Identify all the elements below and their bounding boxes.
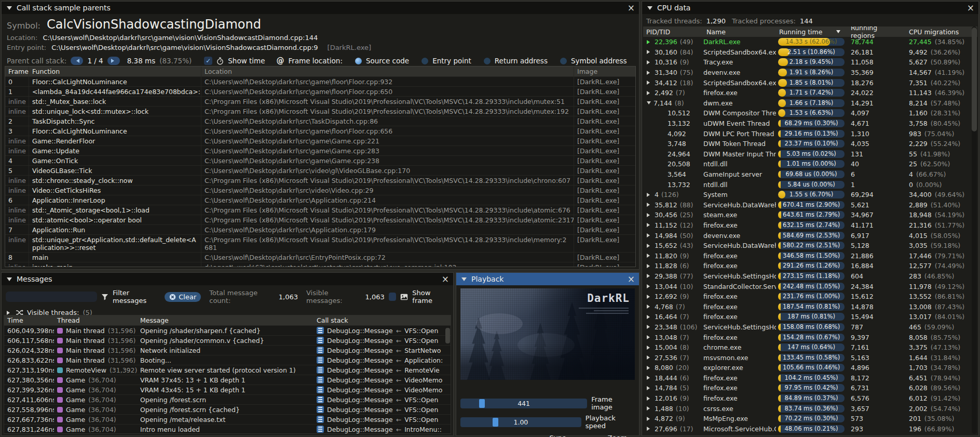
expand-row-icon[interactable] (647, 50, 652, 54)
message-row[interactable]: 627,667,736nsGame(36,704)Opening /meta/r… (4, 414, 451, 424)
clear-button[interactable]: Clear (165, 292, 201, 302)
cpu-process-row[interactable]: 1,488(10)csrss.exe83.74 ms (0.36%)3,6572… (643, 403, 977, 414)
callstack-table-row[interactable]: 6Application::InnerLoopC:\Users\wolf\Des… (5, 195, 635, 205)
expand-row-icon[interactable] (647, 40, 652, 44)
cpu-process-row[interactable]: 30,160(84)ScriptedSandbox64.exe2.51 s (1… (643, 47, 977, 58)
filter-input[interactable] (6, 292, 97, 302)
collapse-row-icon[interactable] (647, 101, 651, 107)
expand-row-icon[interactable] (647, 81, 652, 85)
callstack-list-icon[interactable] (317, 347, 324, 354)
col-thread[interactable]: Thread (54, 315, 137, 325)
cpu-process-row[interactable]: 13,132uDWM Event Thread68.29 ms (0.30%)4… (643, 118, 977, 129)
expand-row-icon[interactable] (647, 193, 652, 197)
show-time-checkbox[interactable]: ✓ (204, 57, 212, 65)
cpu-process-row[interactable]: 3,748DWM Token Thread23.37 ms (0.10%)4,0… (643, 139, 977, 149)
cpu-process-row[interactable]: 3,564GameInput server69.68 us (0.00%)64(… (643, 169, 977, 180)
cpu-process-row[interactable]: 24,964DWM Master Input Threa5.03 ms (0.0… (643, 149, 977, 160)
col-name[interactable]: Name (703, 28, 776, 36)
callstack-table-row[interactable]: 7Application::RunC:\Users\wolf\Desktop\d… (5, 224, 635, 234)
cpu-process-row[interactable]: 12,016(9)firefox.exe84.89 ms (0.37%)6,57… (643, 393, 977, 404)
callstack-table-row[interactable]: inlinestd::unique_lock<std::mutex>::lock… (5, 106, 635, 116)
frame-image-slider[interactable]: 441 (460, 399, 587, 408)
callstack-list-icon[interactable] (317, 376, 324, 383)
prev-parent-button[interactable] (71, 57, 83, 65)
expand-row-icon[interactable] (647, 366, 652, 370)
expand-row-icon[interactable] (647, 417, 652, 421)
col-running-regions[interactable]: Running regions (848, 27, 906, 39)
callstack-table-row[interactable]: inlineGame::RenderFloorC:\Users\wolf\Des… (5, 136, 635, 145)
cpu-process-row[interactable]: 20,508ntdll.dll1.01 ms (0.00%)4025(62.50… (643, 159, 977, 169)
callstack-table-row[interactable]: 8mainC:\Users\wolf\Desktop\darkrl\src\En… (5, 252, 635, 262)
callstack-list-icon[interactable] (317, 327, 324, 334)
expand-row-icon[interactable] (647, 274, 652, 278)
expand-row-icon[interactable] (647, 223, 652, 227)
message-row[interactable]: 627,558,996nsGame(36,704)Opening /forest… (4, 404, 451, 414)
radio-symbol-address[interactable] (560, 58, 567, 64)
cpu-process-row[interactable]: 35,812(88)ServiceHub.DataWareho670.41 ms… (643, 200, 977, 210)
callstack-table-row[interactable]: inlineinvoke_maind:\agent\_work\63\s\src… (5, 262, 635, 267)
cpu-process-row[interactable]: 34,412(18)ScriptedSandbox64.exe1.85 s (8… (643, 77, 977, 88)
expand-row-icon[interactable] (647, 284, 652, 288)
expand-row-icon[interactable] (647, 335, 652, 339)
expand-row-icon[interactable] (647, 244, 652, 248)
col-function[interactable]: Function (29, 67, 201, 76)
cpu-process-row[interactable]: 22,396(49)DarkRL.exe14.33 s (62.06%)78,7… (643, 37, 977, 47)
cpu-process-row[interactable]: 15,652(43)ServiceHub.DataWareho580.22 ms… (643, 241, 977, 251)
callstack-table-row[interactable]: 0Floor::CalcLightNoLuminanceC:\Users\wol… (5, 76, 635, 86)
message-row[interactable]: 627,411,606nsGame(36,704)Opening /forest… (4, 394, 451, 404)
cpu-scrollbar-thumb[interactable] (972, 28, 977, 131)
message-row[interactable]: 627,313,190nsRemoteView(31,392)Remote vi… (4, 365, 451, 375)
close-icon[interactable]: × (628, 275, 635, 284)
col-running-time[interactable]: Running time (776, 28, 848, 36)
callstack-table-row[interactable]: 1<lambda_84a19dc444fae966ca174e83e708bdc… (5, 86, 635, 96)
expand-row-icon[interactable] (647, 264, 652, 268)
expand-row-icon[interactable] (647, 406, 652, 410)
cpu-process-row[interactable]: 11,820(9)firefox.exe346.58 ms (1.50%)21,… (643, 250, 977, 261)
col-message[interactable]: Message (137, 315, 314, 325)
expand-row-icon[interactable] (647, 376, 652, 380)
collapse-icon[interactable] (461, 277, 467, 284)
radio-return-address[interactable] (484, 58, 491, 64)
expand-row-icon[interactable] (647, 325, 652, 329)
cpu-process-row[interactable]: 10,316(9)Tracy.exe2.18 s (9.45%)11,0585,… (643, 57, 977, 68)
callstack-table-row[interactable]: inlineVideo::GetTicksHiResC:\Users\wolf\… (5, 185, 635, 195)
callstack-list-icon[interactable] (317, 426, 324, 433)
message-row[interactable]: 606,049,398nsMain thread(31,596)Opening … (4, 325, 451, 335)
cpu-process-row[interactable]: 4(126)System1.55 s (6.70%)69,29434,400(4… (643, 190, 977, 200)
cpu-process-row[interactable]: 4,768(7)firefox.exe187.54 ms (0.81%)14,8… (643, 301, 977, 312)
show-frame-checkbox[interactable] (389, 293, 397, 301)
cpu-process-row[interactable]: 4,092DWM LPC Port Thread29.16 ms (0.13%)… (643, 128, 977, 139)
expand-row-icon[interactable] (647, 203, 652, 207)
expand-row-icon[interactable] (647, 254, 652, 258)
cpu-process-row[interactable]: 15,004(8)chrome.exe147 ms (0.64%)7,1613,… (643, 342, 977, 353)
expand-row-icon[interactable] (647, 304, 652, 309)
cpu-process-row[interactable]: 13,048(7)firefox.exe154.28 ms (0.67%)9,3… (643, 332, 977, 342)
cpu-process-row[interactable]: 2,492(7)firefox.exe1.71 s (7.42%)24,0221… (643, 88, 977, 98)
expand-row-icon[interactable] (647, 60, 652, 64)
callstack-list-icon[interactable] (317, 396, 324, 403)
cpu-process-row[interactable]: 4,872(9)MsMpEng.exe70.22 ms (0.30%)57320… (643, 414, 977, 424)
callstack-table-row[interactable]: 5VideoGLBase::TickC:\Users\wolf\Desktop\… (5, 165, 635, 175)
expand-row-icon[interactable] (647, 396, 652, 401)
close-icon[interactable]: × (628, 4, 635, 12)
callstack-list-icon[interactable] (317, 337, 324, 344)
callstack-table-row[interactable]: inlineGame::UpdateC:\Users\wolf\Desktop\… (5, 145, 635, 155)
cpu-process-row[interactable]: 11,152(12)firefox.exe632.15 ms (2.74%)41… (643, 220, 977, 231)
collapse-icon[interactable] (7, 277, 12, 284)
next-parent-button[interactable] (107, 57, 120, 65)
callstack-list-icon[interactable] (317, 356, 324, 364)
cpu-process-row[interactable]: 30,456(25)steam.exe643.61 ms (2.79%)34,9… (643, 210, 977, 220)
message-row[interactable]: 626,833,622nsMain thread(31,596)Booting.… (4, 355, 451, 365)
message-row[interactable]: 627,399,326nsGame(36,704)VRAM 43x45: 15 … (4, 385, 451, 394)
cpu-process-row[interactable]: 7,144(8)dwm.exe1.66 s (7.18%)14,2918,214… (643, 98, 977, 109)
expand-row-icon[interactable] (647, 346, 652, 350)
expand-row-icon[interactable] (647, 71, 652, 75)
cpu-process-row[interactable]: 18,444(6)firefox.exe104.2 ms (0.45%)8,17… (643, 373, 977, 383)
cpu-process-row[interactable]: 23,348(106)ServiceHub.SettingsHost158.08… (643, 322, 977, 333)
close-icon[interactable]: × (967, 4, 974, 12)
cpu-process-row[interactable]: 27,536(7)msvsmon.exe133.45 ms (0.58%)5,1… (643, 352, 977, 363)
close-icon[interactable]: × (442, 275, 449, 284)
callstack-list-icon[interactable] (317, 406, 324, 413)
cpu-process-row[interactable]: 16,464(7)firefox.exe187 ms (0.81%)15,494… (643, 312, 977, 322)
callstack-table-row[interactable]: 4Game::OnTickC:\Users\wolf\Desktop\darkr… (5, 155, 635, 165)
